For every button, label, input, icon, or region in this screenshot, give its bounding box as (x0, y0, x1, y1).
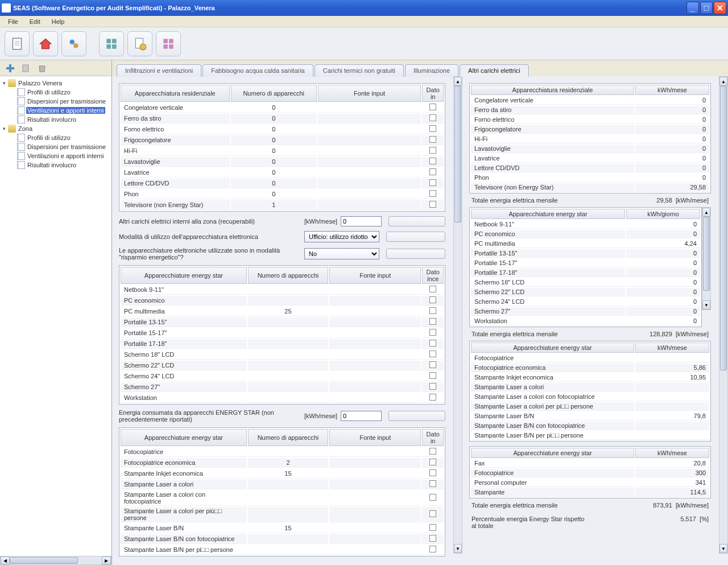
table-row[interactable]: Lettore CD/DVD0 (121, 179, 444, 188)
checkbox[interactable] (429, 307, 436, 314)
select-modalita[interactable]: Ufficio: utilizzo ridotto (304, 231, 379, 242)
tool-document-button[interactable] (5, 31, 30, 56)
tree-horizontal-scrollbar[interactable]: ◀ ▶ (0, 556, 111, 565)
checkbox[interactable] (429, 546, 436, 552)
tree-node-zona-profili[interactable]: Profili di utilizzo (1, 133, 110, 142)
button-risparmio[interactable] (386, 249, 445, 259)
tree-delete-button[interactable] (35, 61, 49, 75)
checkbox[interactable] (429, 494, 436, 501)
tab-illuminazione[interactable]: Illuminazione (405, 64, 458, 77)
checkbox[interactable] (429, 448, 436, 455)
table-row[interactable]: Stampante Laser B/N con fotocopiatrice (121, 534, 444, 544)
checkbox[interactable] (429, 136, 436, 143)
checkbox[interactable] (429, 179, 436, 186)
tree-node-dispersioni[interactable]: Dispersioni per trasmissione (1, 97, 110, 106)
table-row[interactable]: Televisore (non Energy Star)1 (121, 200, 444, 210)
checkbox[interactable] (429, 480, 436, 487)
table-row[interactable]: Hi-Fi0 (121, 146, 444, 156)
menu-file[interactable]: File (2, 17, 24, 26)
checkbox[interactable] (429, 329, 436, 336)
tree-node-zona-risultati[interactable]: Risultati involucro (1, 160, 110, 170)
button-modalita[interactable] (386, 232, 445, 242)
table-row[interactable]: Netbook 9-11" (121, 285, 444, 295)
checkbox[interactable] (429, 340, 436, 347)
table-row[interactable]: Workstation (121, 393, 444, 403)
checkbox[interactable] (429, 372, 436, 379)
checkbox[interactable] (429, 318, 436, 325)
table-row[interactable]: Lavatrice0 (121, 168, 444, 178)
tab-altri-carichi[interactable]: Altri carichi elettrici (460, 64, 529, 77)
right-vertical-scrollbar[interactable]: ▲ ▼ (719, 76, 728, 554)
maximize-button[interactable]: □ (700, 2, 713, 14)
table-row[interactable]: Frigocongelatore0 (121, 135, 444, 145)
table-row[interactable]: Portatile 15-17" (121, 328, 444, 338)
tool-grid2-button[interactable] (156, 31, 181, 56)
button-energia1[interactable] (388, 411, 445, 421)
tree-node-zona-ventilazioni[interactable]: Ventilazioni e apporti interni (1, 151, 110, 160)
col-fonte[interactable]: Fonte input (318, 85, 421, 102)
tool-money-button[interactable] (127, 31, 152, 56)
checkbox[interactable] (429, 383, 436, 390)
left-vertical-scrollbar[interactable]: ▲ ▼ (453, 76, 462, 554)
tree-node-ventilazioni[interactable]: Ventilazioni e apporti interni (1, 106, 110, 115)
select-risparmio[interactable]: No (304, 248, 379, 259)
table-row[interactable]: Portatile 17-18" (121, 339, 444, 349)
checkbox[interactable] (429, 201, 436, 208)
checkbox[interactable] (429, 114, 436, 121)
close-button[interactable]: ✕ (714, 2, 726, 14)
tree-node-profili[interactable]: Profili di utilizzo (1, 88, 110, 97)
table-row[interactable]: PC economico (121, 296, 444, 306)
table-row[interactable]: Schermo 18" LCD (121, 350, 444, 360)
table-row[interactable]: PC multimedia25 (121, 307, 444, 316)
tab-carichi[interactable]: Carichi termici non gratuiti (315, 64, 404, 77)
table-row[interactable]: Stampante Laser B/N per pi□□ persone (121, 545, 444, 555)
col-numero[interactable]: Numero di apparecchi (231, 85, 317, 102)
checkbox[interactable] (429, 469, 436, 476)
checkbox[interactable] (429, 510, 436, 517)
table-row[interactable]: Stampante Laser B/N15 (121, 523, 444, 533)
input-energia1[interactable] (341, 411, 382, 421)
table-row[interactable]: Schermo 24" LCD (121, 372, 444, 381)
checkbox[interactable] (429, 104, 436, 110)
tree-node-zona-dispersioni[interactable]: Dispersioni per trasmissione (1, 142, 110, 151)
checkbox[interactable] (429, 190, 436, 197)
checkbox[interactable] (429, 125, 436, 132)
checkbox[interactable] (429, 168, 436, 175)
minimize-button[interactable]: _ (686, 2, 699, 14)
tool-settings-button[interactable] (61, 31, 86, 56)
table-row[interactable]: Lavastoviglie0 (121, 157, 444, 167)
table-row[interactable]: Congelatore verticale0 (121, 103, 444, 113)
checkbox[interactable] (429, 350, 436, 357)
tool-grid1-button[interactable] (99, 31, 124, 56)
checkbox[interactable] (429, 296, 436, 303)
table-row[interactable]: Portatile 13-15" (121, 317, 444, 327)
checkbox[interactable] (429, 459, 436, 465)
table-row[interactable]: Stampante Laser a colori (121, 480, 444, 489)
input-altri-carichi[interactable] (341, 216, 382, 226)
table-row[interactable]: Schermo 22" LCD (121, 361, 444, 370)
checkbox[interactable] (429, 147, 436, 154)
tab-fabbisogno[interactable]: Fabbisogno acqua calda sanitaria (202, 64, 313, 77)
tab-infiltrazioni[interactable]: Infiltrazioni e ventilazioni (117, 64, 201, 77)
checkbox[interactable] (429, 394, 436, 401)
checkbox[interactable] (429, 361, 436, 368)
tree-add-button[interactable] (3, 61, 17, 75)
table2-scrollbar[interactable]: ▲ ▼ (702, 207, 711, 310)
tree-node-zona[interactable]: ▾Zona (1, 124, 110, 133)
table-row[interactable]: Fotocopiatrice (121, 447, 444, 457)
table-row[interactable]: Stampante Laser a colori con fotocopiatr… (121, 490, 444, 506)
tree-copy-button[interactable] (19, 61, 33, 75)
checkbox[interactable] (429, 535, 436, 542)
table-row[interactable]: Forno elettrico0 (121, 125, 444, 134)
menu-help[interactable]: Help (46, 17, 71, 26)
table-row[interactable]: Phon0 (121, 189, 444, 199)
menu-edit[interactable]: Edit (24, 17, 46, 26)
col-dato[interactable]: Dato in (422, 85, 444, 102)
table-row[interactable]: Fotocopiatrice economica2 (121, 458, 444, 468)
tree-node-risultati[interactable]: Risultati involucro (1, 115, 110, 124)
checkbox[interactable] (429, 158, 436, 164)
tool-home-button[interactable] (33, 31, 58, 56)
col-apparecchiatura[interactable]: Apparecchiatura residenziale (121, 85, 230, 102)
tree-node-palazzo[interactable]: ▾Palazzo Venera (1, 79, 110, 88)
checkbox[interactable] (429, 286, 436, 292)
